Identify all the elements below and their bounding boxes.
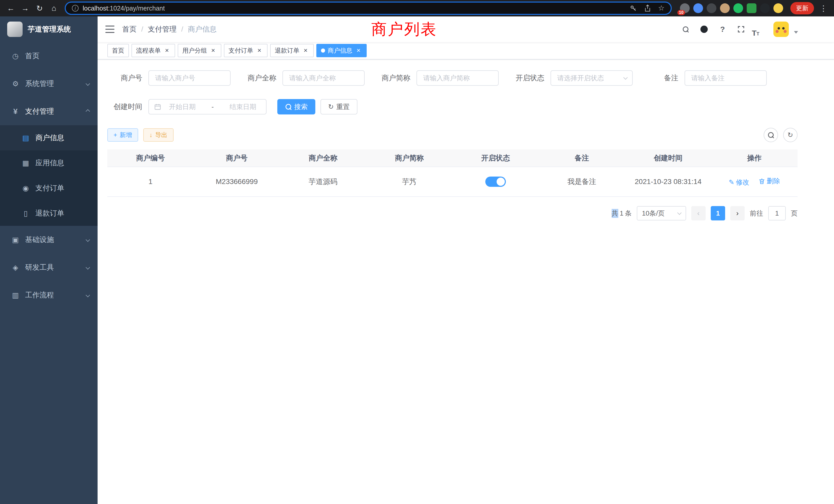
share-icon[interactable] <box>644 4 651 12</box>
tab-label: 用户分组 <box>182 46 207 55</box>
menu-label: 研发工具 <box>25 262 54 272</box>
toggle-search-button[interactable] <box>764 128 778 142</box>
password-key-icon[interactable] <box>629 4 637 12</box>
toolbox-icon: ◈ <box>10 263 21 272</box>
sidebar-item-merchant-info[interactable]: ▤ 商户信息 <box>0 125 97 151</box>
url-host: localhost <box>83 5 108 12</box>
sidebar-item-workflow[interactable]: ▥ 工作流程 <box>0 281 97 309</box>
extension-icon-1[interactable] <box>693 3 703 13</box>
chevron-down-icon <box>86 238 90 242</box>
close-icon[interactable]: × <box>210 47 217 54</box>
menu-label: 系统管理 <box>25 79 54 89</box>
sidebar-item-pay-order[interactable]: ◉ 支付订单 <box>0 176 97 201</box>
status-select-input[interactable] <box>550 70 633 86</box>
search-button[interactable]: 搜索 <box>277 99 315 114</box>
status-select[interactable] <box>550 70 633 86</box>
status-toggle[interactable] <box>485 177 506 187</box>
full-name-input[interactable] <box>282 70 365 86</box>
address-bar[interactable]: i localhost:1024/pay/merchant ☆ <box>65 2 672 15</box>
tab-label: 首页 <box>112 46 124 55</box>
prev-page-button[interactable]: ‹ <box>691 206 706 221</box>
help-icon[interactable]: ? <box>715 22 730 37</box>
site-info-icon[interactable]: i <box>72 5 79 12</box>
extension-icon-3[interactable] <box>720 3 730 13</box>
edit-button[interactable]: ✎修改 <box>729 178 749 187</box>
refresh-icon: ↻ <box>328 103 334 111</box>
tab-merchant-info[interactable]: 商户信息 × <box>316 44 367 57</box>
next-page-button[interactable]: › <box>730 206 745 221</box>
sidebar-item-devtools[interactable]: ◈ 研发工具 <box>0 254 97 281</box>
breadcrumb-home[interactable]: 首页 <box>122 24 137 34</box>
active-tab-dot <box>321 48 325 53</box>
sidebar-item-system[interactable]: ⚙ 系统管理 <box>0 70 97 97</box>
browser-home-button[interactable]: ⌂ <box>47 2 61 15</box>
trash-icon <box>759 178 765 184</box>
extensions-puzzle-icon[interactable]: 10 <box>680 3 690 13</box>
chevron-down-icon[interactable] <box>794 31 798 33</box>
breadcrumb-payment[interactable]: 支付管理 <box>148 24 177 34</box>
fullscreen-icon[interactable] <box>733 22 749 37</box>
font-size-icon[interactable]: TT <box>752 22 767 37</box>
tab-home[interactable]: 首页 <box>107 44 129 57</box>
close-icon[interactable]: × <box>302 47 309 54</box>
sidebar-item-infrastructure[interactable]: ▣ 基础设施 <box>0 226 97 254</box>
sidebar-item-home[interactable]: ◷ 首页 <box>0 42 97 70</box>
plus-icon: + <box>113 131 117 139</box>
browser-menu-icon[interactable]: ⋮ <box>817 4 830 13</box>
browser-update-button[interactable]: 更新 <box>790 2 814 14</box>
logo-avatar <box>7 22 23 37</box>
remark-input[interactable] <box>684 70 767 86</box>
refresh-table-button[interactable]: ↻ <box>783 128 797 142</box>
extension-icon-5[interactable] <box>747 3 756 13</box>
sidebar-item-app-info[interactable]: ▦ 应用信息 <box>0 151 97 176</box>
reset-button[interactable]: ↻ 重置 <box>321 99 357 114</box>
user-avatar[interactable] <box>773 22 789 37</box>
page-size-select[interactable]: 10条/页 <box>637 206 686 221</box>
extension-icon-6[interactable] <box>760 3 770 13</box>
short-name-label: 商户简称 <box>375 73 416 83</box>
sidebar-collapse-icon[interactable] <box>97 25 122 33</box>
github-icon[interactable] <box>696 22 712 37</box>
page-1-button[interactable]: 1 <box>711 206 725 221</box>
sidebar-item-payment[interactable]: ¥ 支付管理 <box>0 97 97 125</box>
menu-label: 支付订单 <box>36 183 64 193</box>
tab-pay-order[interactable]: 支付订单 × <box>224 44 267 57</box>
sidebar-item-refund-order[interactable]: ▯ 退款订单 <box>0 201 97 226</box>
extension-icon-7[interactable] <box>773 3 783 13</box>
short-name-input[interactable] <box>416 70 499 86</box>
date-separator: - <box>203 103 222 111</box>
merchant-no-input[interactable] <box>148 70 231 86</box>
cell-status <box>453 167 539 197</box>
browser-reload-button[interactable]: ↻ <box>33 2 46 15</box>
close-icon[interactable]: × <box>163 47 171 54</box>
create-time-range-picker[interactable]: - <box>148 99 266 114</box>
add-button[interactable]: + 新增 <box>107 128 138 142</box>
goto-page-input[interactable] <box>768 206 786 221</box>
tab-process-form[interactable]: 流程表单 × <box>131 44 175 57</box>
form-item-short-name: 商户简称 <box>375 70 499 86</box>
export-button[interactable]: ↓ 导出 <box>143 128 174 142</box>
browser-toolbar: ← → ↻ ⌂ i localhost:1024/pay/merchant ☆ … <box>0 0 834 17</box>
tab-refund-order[interactable]: 退款订单 × <box>270 44 314 57</box>
end-date-input[interactable] <box>225 103 261 111</box>
tab-user-group[interactable]: 用户分组 × <box>178 44 221 57</box>
header-search-icon[interactable] <box>678 22 693 37</box>
total-prefix: 共 <box>612 209 618 218</box>
url-text[interactable]: localhost:1024/pay/merchant <box>83 5 625 12</box>
browser-forward-button[interactable]: → <box>19 2 32 15</box>
app-logo[interactable]: 芋道管理系统 <box>0 17 97 42</box>
bookmark-star-icon[interactable]: ☆ <box>658 5 664 12</box>
breadcrumb-separator: / <box>141 25 143 33</box>
extension-icon-2[interactable] <box>707 3 717 13</box>
calendar-icon <box>154 103 161 110</box>
browser-back-button[interactable]: ← <box>4 2 18 15</box>
start-date-input[interactable] <box>164 103 200 111</box>
close-icon[interactable]: × <box>355 47 362 54</box>
credit-card-icon: ▤ <box>21 134 31 142</box>
close-icon[interactable]: × <box>256 47 263 54</box>
breadcrumb: 首页 / 支付管理 / 商户信息 <box>122 24 217 34</box>
delete-button[interactable]: 删除 <box>759 177 780 186</box>
extension-icon-4[interactable] <box>733 3 743 13</box>
breadcrumb-separator: / <box>181 25 183 33</box>
add-button-label: 新增 <box>120 131 132 139</box>
